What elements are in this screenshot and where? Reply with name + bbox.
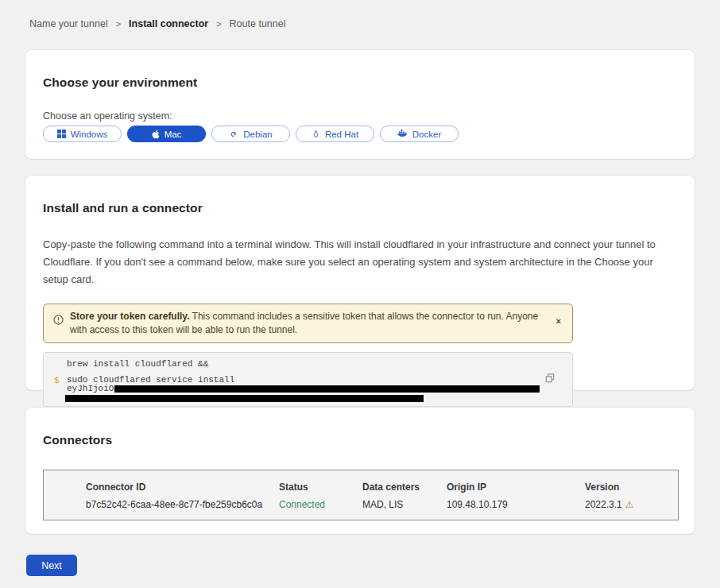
code-gutter xyxy=(44,359,67,369)
choose-environment-title: Choose your environment xyxy=(43,75,677,90)
code-line-brew: brew install cloudflared && xyxy=(67,359,208,369)
token-warning-banner: Store your token carefully. This command… xyxy=(43,304,573,343)
choose-environment-card: Choose your environment Choose an operat… xyxy=(25,50,695,159)
column-header-version: Version xyxy=(585,482,678,493)
redacted-token-bar xyxy=(114,385,540,393)
token-warning-text: Store your token carefully. This command… xyxy=(70,310,564,337)
code-block: brew install cloudflared && $ sudo cloud… xyxy=(43,352,573,407)
column-header-status: Status xyxy=(279,482,362,493)
alert-circle-icon xyxy=(53,314,64,328)
os-button-label: Docker xyxy=(412,130,441,139)
cell-origin-ip: 109.48.10.179 xyxy=(447,499,585,510)
os-button-label: Red Hat xyxy=(325,130,358,139)
token-warning-title: Store your token carefully. xyxy=(70,311,190,322)
breadcrumb-step-name-your-tunnel[interactable]: Name your tunnel xyxy=(29,18,108,29)
cell-data-centers: MAD, LIS xyxy=(362,499,447,510)
install-connector-title: Install and run a connector xyxy=(43,201,677,215)
breadcrumb-separator: > xyxy=(216,19,221,29)
redhat-icon xyxy=(312,130,320,139)
close-icon[interactable]: × xyxy=(556,317,561,326)
breadcrumb-step-route-tunnel[interactable]: Route tunnel xyxy=(230,18,286,29)
connectors-title: Connectors xyxy=(43,433,677,447)
os-button-windows[interactable]: Windows xyxy=(43,126,122,142)
next-button[interactable]: Next xyxy=(26,555,77,576)
column-header-connector-id: Connector ID xyxy=(86,482,279,493)
breadcrumb: Name your tunnel > Install connector > R… xyxy=(29,18,285,29)
status-badge: Connected xyxy=(279,499,362,510)
os-button-label: Debian xyxy=(243,130,272,139)
install-connector-card: Install and run a connector Copy-paste t… xyxy=(25,176,695,390)
breadcrumb-step-install-connector[interactable]: Install connector xyxy=(129,18,208,29)
version-value: 2022.3.1 xyxy=(585,499,622,510)
connectors-table: Connector ID Status Data centers Origin … xyxy=(43,470,679,520)
redacted-token-bar xyxy=(65,395,424,402)
os-button-debian[interactable]: Debian xyxy=(211,126,290,142)
apple-icon xyxy=(152,130,160,139)
docker-icon xyxy=(397,130,408,138)
column-header-data-centers: Data centers xyxy=(362,482,447,493)
code-line-sudo: sudo cloudflared service install xyxy=(67,376,540,385)
token-prefix: eyJhIjoiO xyxy=(67,385,114,393)
debian-icon xyxy=(229,130,238,139)
column-header-origin-ip: Origin IP xyxy=(447,482,585,493)
breadcrumb-separator: > xyxy=(116,19,121,29)
os-button-label: Windows xyxy=(71,130,108,139)
os-button-label: Mac xyxy=(165,130,182,139)
install-connector-description: Copy-paste the following command into a … xyxy=(43,236,677,288)
os-button-mac[interactable]: Mac xyxy=(127,126,206,142)
warning-triangle-icon: ⚠ xyxy=(625,499,634,510)
cell-connector-id: b7c52c42-6caa-48ee-8c77-fbe259cb6c0a xyxy=(86,499,279,510)
os-select-label: Choose an operating system: xyxy=(43,110,677,122)
cell-version: 2022.3.1 ⚠ xyxy=(585,499,678,510)
code-command: sudo cloudflared service install eyJhIjo… xyxy=(67,376,540,404)
os-button-docker[interactable]: Docker xyxy=(380,126,459,142)
windows-icon xyxy=(57,130,66,138)
os-button-group: Windows Mac Debian xyxy=(43,126,677,142)
os-button-redhat[interactable]: Red Hat xyxy=(296,126,374,142)
copy-icon[interactable] xyxy=(544,372,556,387)
shell-prompt: $ xyxy=(44,376,67,404)
connectors-card: Connectors Connector ID Status Data cent… xyxy=(25,408,695,534)
